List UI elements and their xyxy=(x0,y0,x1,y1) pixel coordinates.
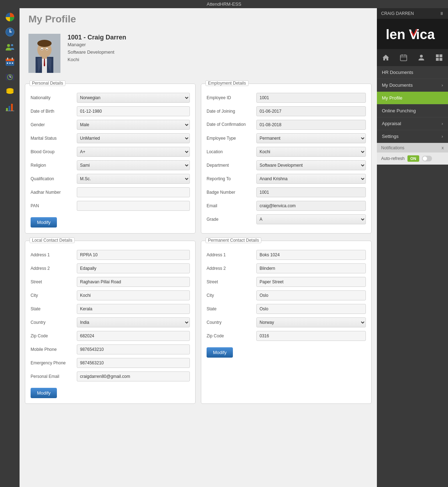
sidebar-collapse-icon[interactable]: ⏸ xyxy=(439,11,444,16)
local-country-select[interactable]: India xyxy=(77,317,190,327)
notifications-close[interactable]: x xyxy=(442,145,444,150)
top-bar: AttendHRM-ESS xyxy=(0,0,448,8)
local-street-input[interactable] xyxy=(77,277,190,287)
sidebar-icon-analytics[interactable] xyxy=(3,100,17,114)
badge-row: Badge Number xyxy=(207,187,366,197)
local-addr1-label: Address 1 xyxy=(31,252,77,257)
local-city-input[interactable] xyxy=(77,290,190,300)
religion-row: Religion Sami xyxy=(31,160,190,170)
perm-addr2-input[interactable] xyxy=(256,263,366,273)
local-zip-label: Zip Code xyxy=(31,333,77,338)
dept-select[interactable]: Software Development xyxy=(256,160,366,170)
auto-refresh-toggle[interactable]: ON xyxy=(407,155,419,162)
svg-rect-50 xyxy=(439,54,442,57)
chevron-icon: › xyxy=(442,82,443,88)
local-zip-input[interactable] xyxy=(77,331,190,341)
profile-name: 1001 - Craig Darren xyxy=(68,34,126,41)
nav-grid-icon[interactable] xyxy=(433,52,445,63)
perm-country-select[interactable]: Norway xyxy=(256,317,366,327)
dob-input[interactable] xyxy=(77,106,190,116)
local-personal-email-input[interactable] xyxy=(77,371,190,381)
permanent-contact-title: Permanent Contact Details xyxy=(206,237,261,243)
doj-row: Date of Joining xyxy=(207,106,366,116)
menu-item-settings[interactable]: Settings › xyxy=(377,130,448,143)
aadhar-label: Aadhar Number xyxy=(31,190,77,195)
svg-rect-52 xyxy=(439,58,442,61)
svg-rect-49 xyxy=(436,54,439,57)
emp-id-label: Employee ID xyxy=(207,95,256,100)
menu-item-appraisal[interactable]: Appraisal › xyxy=(377,117,448,130)
left-sidebar xyxy=(0,8,20,487)
personal-details-section: Personal Details Nationality Norwegian D… xyxy=(25,84,196,234)
profile-header: 1001 - Craig Darren Manager Software Dev… xyxy=(25,30,372,76)
dept-row: Department Software Development xyxy=(207,160,366,170)
svg-text:len: len xyxy=(386,27,405,42)
perm-modify-button[interactable]: Modify xyxy=(207,347,233,358)
menu-item-online-punching[interactable]: Online Punching xyxy=(377,105,448,117)
qualification-select[interactable]: M.Sc. xyxy=(77,174,190,184)
badge-input xyxy=(256,187,366,197)
menu-item-my-documents[interactable]: My Documents › xyxy=(377,79,448,92)
avatar xyxy=(28,34,60,73)
perm-state-label: State xyxy=(207,306,256,311)
sidebar-icon-dashboard[interactable] xyxy=(3,10,17,24)
perm-street-input[interactable] xyxy=(256,277,366,287)
svg-rect-23 xyxy=(6,108,8,111)
local-emergency-input[interactable] xyxy=(77,358,190,368)
emp-id-row: Employee ID xyxy=(207,93,366,103)
religion-select[interactable]: Sami xyxy=(77,160,190,170)
location-select[interactable]: Kochi xyxy=(256,147,366,157)
sidebar-icon-time[interactable] xyxy=(3,25,17,39)
menu-item-my-profile[interactable]: My Profile xyxy=(377,92,448,105)
svg-rect-13 xyxy=(12,63,13,64)
nav-person-icon[interactable] xyxy=(416,52,427,63)
sidebar-icon-report[interactable] xyxy=(3,70,17,84)
svg-rect-11 xyxy=(7,63,8,64)
profile-title: Manager xyxy=(68,41,126,49)
perm-city-input[interactable] xyxy=(256,290,366,300)
marital-select[interactable]: UnMarried xyxy=(77,133,190,143)
local-mobile-input[interactable] xyxy=(77,344,190,354)
nationality-select[interactable]: Norwegian xyxy=(77,93,190,103)
svg-point-37 xyxy=(47,49,48,50)
page-title: My Profile xyxy=(28,14,372,25)
local-street-label: Street xyxy=(31,279,77,284)
gender-select[interactable]: Male xyxy=(77,120,190,130)
perm-zip-label: Zip Code xyxy=(207,333,256,338)
emp-type-select[interactable]: Permanent xyxy=(256,133,366,143)
perm-addr2-label: Address 2 xyxy=(207,266,256,271)
local-state-input[interactable] xyxy=(77,304,190,314)
personal-modify-button[interactable]: Modify xyxy=(31,217,57,228)
local-addr2-input[interactable] xyxy=(77,263,190,273)
email-label: Email xyxy=(207,203,256,208)
svg-point-48 xyxy=(420,55,423,58)
sidebar-icon-people[interactable] xyxy=(3,40,17,54)
sidebar-icon-payroll[interactable] xyxy=(3,85,17,99)
pan-row: PAN xyxy=(31,201,190,211)
nationality-row: Nationality Norwegian xyxy=(31,93,190,103)
menu-item-hr-documents[interactable]: HR Documents xyxy=(377,66,448,79)
doc-label: Date of Confirmation xyxy=(207,122,256,128)
perm-zip-input[interactable] xyxy=(256,331,366,341)
nav-calendar-icon[interactable] xyxy=(398,52,409,63)
sidebar-icon-calendar[interactable] xyxy=(3,55,17,69)
perm-state-input[interactable] xyxy=(256,304,366,314)
svg-point-36 xyxy=(42,49,43,50)
svg-text:ica: ica xyxy=(416,27,435,42)
blood-select[interactable]: A+ xyxy=(77,147,190,157)
aadhar-input[interactable] xyxy=(77,187,190,197)
grade-select[interactable]: A xyxy=(256,214,366,224)
perm-addr1-label: Address 1 xyxy=(207,252,256,257)
grade-label: Grade xyxy=(207,217,256,222)
doj-input xyxy=(256,106,366,116)
nav-home-icon[interactable] xyxy=(380,52,391,63)
employment-details-section: Employment Details Employee ID Date of J… xyxy=(201,84,372,234)
perm-addr1-input[interactable] xyxy=(256,250,366,260)
pan-input[interactable] xyxy=(77,201,190,211)
notifications-body: Auto-refresh ON xyxy=(377,152,448,165)
reporting-select[interactable]: Anand Krishna xyxy=(256,174,366,184)
local-modify-button[interactable]: Modify xyxy=(31,388,57,398)
local-addr1-input[interactable] xyxy=(77,250,190,260)
local-state-label: State xyxy=(31,306,77,311)
toggle-switch[interactable] xyxy=(422,156,432,161)
